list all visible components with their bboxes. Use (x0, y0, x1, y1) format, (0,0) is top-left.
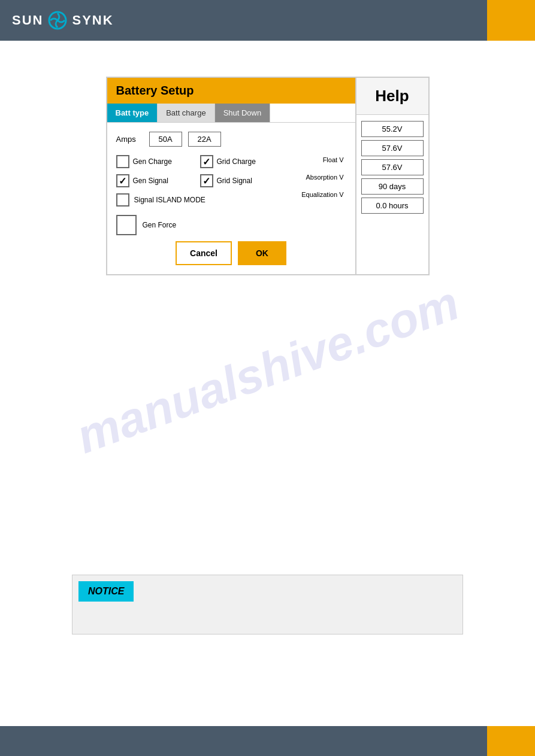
gen-force-row: Gen Force (116, 215, 346, 235)
absorption-v-value[interactable]: 57.6V (361, 140, 424, 156)
voltage-list: 55.2V 57.6V 57.6V 90 days 0.0 hours (356, 115, 428, 223)
amps-value-1[interactable]: 50A (149, 132, 182, 147)
main-content: manualshive.com Battery Setup Batt type … (0, 41, 535, 699)
dialog-tabs: Batt type Batt charge Shut Down (107, 104, 355, 123)
watermark: manualshive.com (69, 275, 466, 464)
grid-signal-label: Grid Signal (217, 177, 252, 185)
grid-signal-item: ✓ Grid Signal (200, 174, 278, 187)
gen-signal-checkmark: ✓ (119, 175, 126, 187)
float-v-label: Float V (286, 156, 346, 163)
help-section: Help (356, 78, 428, 115)
signal-row: ✓ Gen Signal ✓ Grid Signal (116, 174, 286, 187)
logo-icon (48, 11, 67, 30)
days-value[interactable]: 90 days (361, 178, 424, 195)
amps-value-2[interactable]: 22A (188, 132, 221, 147)
help-label: Help (375, 87, 409, 105)
island-mode-label: Signal ISLAND MODE (134, 196, 205, 204)
grid-charge-checkmark: ✓ (202, 156, 210, 168)
ok-button[interactable]: OK (238, 241, 286, 265)
island-row: Signal ISLAND MODE (116, 193, 286, 207)
header-accent (487, 0, 535, 41)
gen-signal-label: Gen Signal (133, 177, 168, 185)
dialog-left-panel: Battery Setup Batt type Batt charge Shut… (107, 78, 356, 274)
dialog-right-panel: Help 55.2V 57.6V 57.6V 90 days 0.0 hours (356, 78, 428, 274)
float-v-value[interactable]: 55.2V (361, 121, 424, 137)
grid-signal-checkbox[interactable]: ✓ (200, 174, 213, 187)
gen-charge-checkbox[interactable] (116, 155, 129, 168)
gen-charge-label: Gen Charge (133, 157, 172, 166)
gen-signal-item: ✓ Gen Signal (116, 174, 194, 187)
notice-box: NOTICE (72, 575, 463, 634)
amps-row: Amps 50A 22A (116, 132, 346, 147)
grid-charge-label: Grid Charge (217, 157, 256, 166)
gen-charge-item: Gen Charge (116, 155, 194, 168)
grid-charge-checkbox[interactable]: ✓ (200, 155, 213, 168)
header: SUN SYNK (0, 0, 535, 41)
dialog-title: Battery Setup (107, 78, 355, 104)
amps-label: Amps (116, 135, 140, 144)
equalization-v-value[interactable]: 57.6V (361, 159, 424, 175)
gen-force-label: Gen Force (143, 221, 177, 229)
absorption-v-label: Absorption V (286, 174, 346, 181)
tab-shut-down[interactable]: Shut Down (215, 104, 271, 122)
logo-sun: SUN (12, 13, 43, 28)
logo-synk: SYNK (72, 13, 113, 28)
logo: SUN SYNK (12, 11, 114, 30)
island-mode-checkbox[interactable] (116, 193, 129, 207)
equalization-v-label: Equalization V (286, 191, 346, 198)
dialog-body: Amps 50A 22A Gen Charge (107, 123, 355, 274)
footer-accent (487, 726, 535, 756)
grid-charge-item: ✓ Grid Charge (200, 155, 278, 168)
charge-row: Gen Charge ✓ Grid Charge (116, 155, 286, 168)
hours-value[interactable]: 0.0 hours (361, 198, 424, 214)
grid-signal-checkmark: ✓ (202, 175, 210, 187)
tab-batt-type[interactable]: Batt type (107, 104, 158, 122)
notice-label: NOTICE (78, 581, 134, 602)
gen-force-checkbox[interactable] (116, 215, 137, 235)
battery-setup-dialog: Battery Setup Batt type Batt charge Shut… (106, 77, 430, 275)
footer (0, 726, 535, 756)
gen-signal-checkbox[interactable]: ✓ (116, 174, 129, 187)
tab-batt-charge[interactable]: Batt charge (158, 104, 215, 122)
cancel-button[interactable]: Cancel (176, 241, 232, 265)
buttons-row: Cancel OK (116, 241, 346, 265)
